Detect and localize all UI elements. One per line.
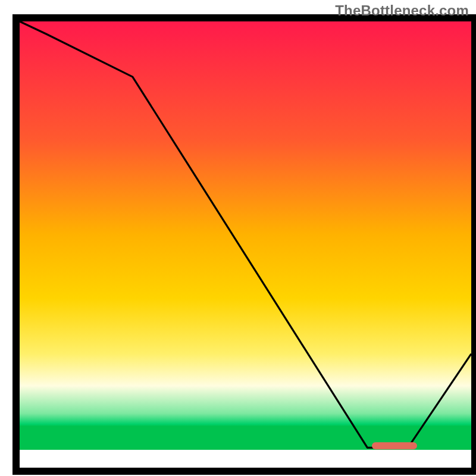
heat-gradient xyxy=(20,21,471,447)
bottleneck-chart xyxy=(0,0,476,476)
sweet-spot-marker xyxy=(372,442,417,449)
chart-container: TheBottleneck.com xyxy=(0,0,476,476)
watermark-text: TheBottleneck.com xyxy=(335,2,469,19)
